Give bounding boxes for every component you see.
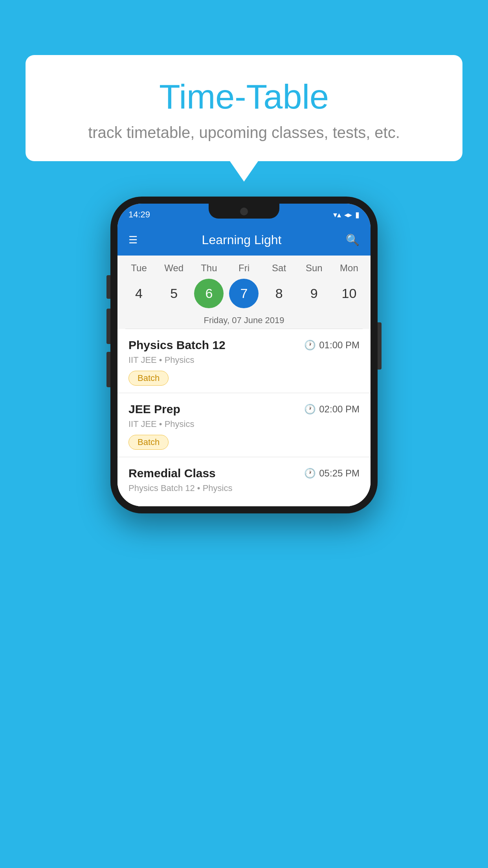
class-name-1: Physics Batch 12	[128, 338, 226, 352]
day-wed: Wed	[159, 263, 189, 274]
class-meta-2: IIT JEE • Physics	[128, 419, 360, 429]
class-item-header-3: Remedial Class 🕐 05:25 PM	[128, 467, 360, 480]
speech-bubble-container: Time-Table track timetable, upcoming cla…	[26, 55, 462, 161]
calendar-selected-date: Friday, 07 June 2019	[117, 312, 371, 329]
clock-icon-1: 🕐	[304, 340, 316, 351]
class-item-jee-prep[interactable]: JEE Prep 🕐 02:00 PM IIT JEE • Physics Ba…	[117, 393, 371, 457]
app-bar-title: Learning Light	[202, 233, 282, 247]
date-5[interactable]: 5	[159, 279, 189, 308]
menu-icon[interactable]: ☰	[128, 234, 138, 246]
signal-icon: ◂▸	[344, 210, 352, 219]
battery-icon: ▮	[355, 210, 360, 219]
status-icons: ▾▴ ◂▸ ▮	[333, 210, 360, 219]
class-time-2: 🕐 02:00 PM	[304, 404, 360, 415]
day-thu: Thu	[194, 263, 224, 274]
clock-icon-2: 🕐	[304, 404, 316, 415]
batch-tag-2: Batch	[128, 435, 169, 450]
day-sat: Sat	[264, 263, 294, 274]
date-7-selected[interactable]: 7	[229, 279, 259, 308]
search-icon[interactable]: 🔍	[346, 234, 360, 246]
calendar-days-header: Tue Wed Thu Fri Sat Sun Mon	[117, 256, 371, 277]
class-item-header-2: JEE Prep 🕐 02:00 PM	[128, 403, 360, 416]
class-meta-3: Physics Batch 12 • Physics	[128, 483, 360, 493]
app-subtitle: track timetable, upcoming classes, tests…	[49, 124, 439, 142]
app-title: Time-Table	[49, 77, 439, 117]
class-meta-1: IIT JEE • Physics	[128, 355, 360, 365]
day-tue: Tue	[124, 263, 154, 274]
calendar-section: Tue Wed Thu Fri Sat Sun Mon 4 5 6 7 8 9 …	[117, 256, 371, 329]
date-6-today[interactable]: 6	[194, 279, 224, 308]
batch-tag-1: Batch	[128, 371, 169, 386]
day-fri: Fri	[229, 263, 259, 274]
classes-list: Physics Batch 12 🕐 01:00 PM IIT JEE • Ph…	[117, 329, 371, 506]
phone-container: 14:29 ▾▴ ◂▸ ▮ ☰ Learning Light 🔍 Tue Wed…	[20, 197, 468, 868]
class-item-header-1: Physics Batch 12 🕐 01:00 PM	[128, 338, 360, 352]
wifi-icon: ▾▴	[333, 210, 341, 219]
date-9[interactable]: 9	[299, 279, 329, 308]
phone-mockup: 14:29 ▾▴ ◂▸ ▮ ☰ Learning Light 🔍 Tue Wed…	[110, 197, 378, 513]
speech-bubble: Time-Table track timetable, upcoming cla…	[26, 55, 462, 161]
date-8[interactable]: 8	[264, 279, 294, 308]
phone-button-vol-up	[106, 309, 110, 344]
day-sun: Sun	[299, 263, 329, 274]
class-time-3: 🕐 05:25 PM	[304, 468, 360, 479]
phone-camera	[240, 208, 248, 215]
status-time: 14:29	[128, 210, 150, 220]
phone-button-power	[378, 322, 382, 370]
class-item-remedial[interactable]: Remedial Class 🕐 05:25 PM Physics Batch …	[117, 457, 371, 506]
class-time-1: 🕐 01:00 PM	[304, 340, 360, 351]
date-10[interactable]: 10	[334, 279, 364, 308]
class-item-physics-batch-12[interactable]: Physics Batch 12 🕐 01:00 PM IIT JEE • Ph…	[117, 329, 371, 393]
clock-icon-3: 🕐	[304, 468, 316, 479]
class-name-2: JEE Prep	[128, 403, 180, 416]
phone-notch	[209, 204, 279, 219]
class-name-3: Remedial Class	[128, 467, 216, 480]
phone-button-vol-mute	[106, 275, 110, 299]
app-bar: ☰ Learning Light 🔍	[117, 224, 371, 256]
calendar-dates: 4 5 6 7 8 9 10	[117, 277, 371, 312]
phone-button-vol-down	[106, 352, 110, 387]
date-4[interactable]: 4	[124, 279, 154, 308]
phone-screen: 14:29 ▾▴ ◂▸ ▮ ☰ Learning Light 🔍 Tue Wed…	[117, 204, 371, 506]
day-mon: Mon	[334, 263, 364, 274]
